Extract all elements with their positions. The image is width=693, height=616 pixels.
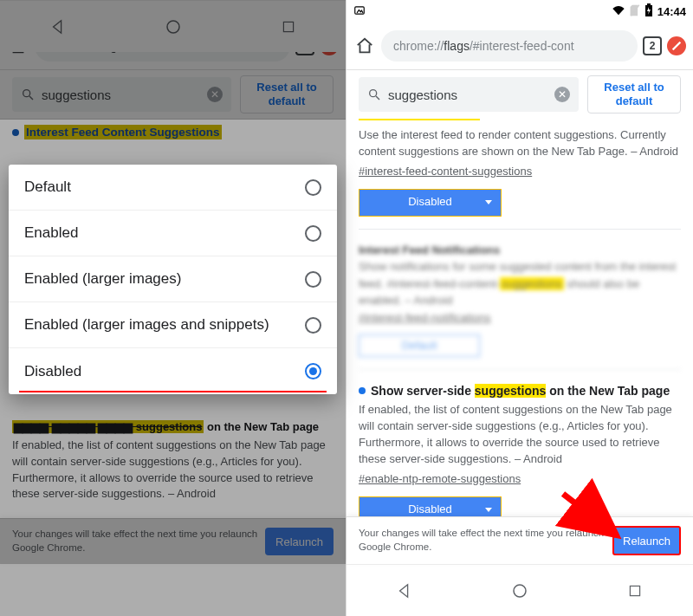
home-icon[interactable] [353, 35, 376, 57]
option-default[interactable]: Default [9, 165, 337, 211]
search-icon [367, 88, 381, 101]
clear-icon[interactable]: ✕ [554, 87, 570, 102]
left-pane: 14:44 chrome://flags/#interest-feed-cont… [0, 0, 346, 616]
flag-anchor-link[interactable]: #enable-ntp-remote-suggestions [359, 471, 521, 488]
relaunch-bar: Your changes will take effect the next t… [346, 516, 693, 564]
flag-item-blurred: Interest Feed Notifications Show notific… [359, 242, 681, 371]
wifi-icon [612, 4, 625, 19]
chevron-down-icon [485, 508, 492, 512]
no-sim-icon [630, 4, 640, 19]
flags-content: Use the interest feed to render content … [346, 126, 693, 564]
flag-anchor-link[interactable]: #interest-feed-content-suggestions [359, 164, 532, 180]
recents-icon[interactable] [624, 580, 646, 602]
search-input[interactable]: suggestions ✕ [359, 77, 579, 112]
home-nav-icon[interactable] [508, 580, 531, 602]
search-value: suggestions [388, 88, 547, 102]
radio-selected-icon [305, 363, 321, 379]
select-dropdown: Default Enabled Enabled (larger images) … [9, 165, 337, 394]
android-nav [346, 564, 693, 616]
notification-icon [353, 4, 366, 19]
battery-charging-icon [644, 3, 653, 20]
svg-point-15 [514, 585, 526, 597]
option-enabled[interactable]: Enabled [9, 211, 337, 256]
right-pane: 14:44 chrome://flags/#interest-feed-cont… [346, 0, 693, 616]
omnibox[interactable]: chrome://flags/#interest-feed-cont [381, 30, 638, 62]
svg-rect-16 [631, 586, 640, 595]
option-disabled[interactable]: Disabled [9, 348, 337, 394]
option-enabled-snippets[interactable]: Enabled (larger images and snippets) [9, 302, 337, 348]
back-icon[interactable] [393, 580, 416, 602]
svg-rect-11 [647, 3, 651, 5]
flag-select[interactable]: Disabled [359, 189, 502, 217]
svg-line-13 [376, 96, 379, 100]
modified-dot-icon [359, 387, 366, 394]
chevron-down-icon [485, 200, 492, 204]
stop-icon[interactable] [667, 36, 686, 55]
radio-icon [305, 179, 321, 196]
radio-icon [305, 317, 321, 334]
svg-point-12 [370, 90, 377, 97]
reset-button[interactable]: Reset all to default [587, 75, 681, 113]
radio-icon [305, 225, 321, 242]
radio-icon [305, 271, 321, 288]
chrome-toolbar: chrome://flags/#interest-feed-cont 2 [346, 23, 693, 69]
flags-controls: suggestions ✕ Reset all to default [346, 70, 693, 119]
flag-item: Show server-side suggestions on the New … [359, 382, 681, 536]
flag-item: Use the interest feed to render content … [359, 127, 681, 230]
flag-select[interactable]: Default [359, 334, 480, 357]
status-time: 14:44 [657, 5, 686, 18]
relaunch-button[interactable]: Relaunch [612, 526, 681, 555]
tab-switcher[interactable]: 2 [643, 36, 662, 55]
option-enabled-larger[interactable]: Enabled (larger images) [9, 256, 337, 302]
status-bar: 14:44 [346, 0, 693, 23]
